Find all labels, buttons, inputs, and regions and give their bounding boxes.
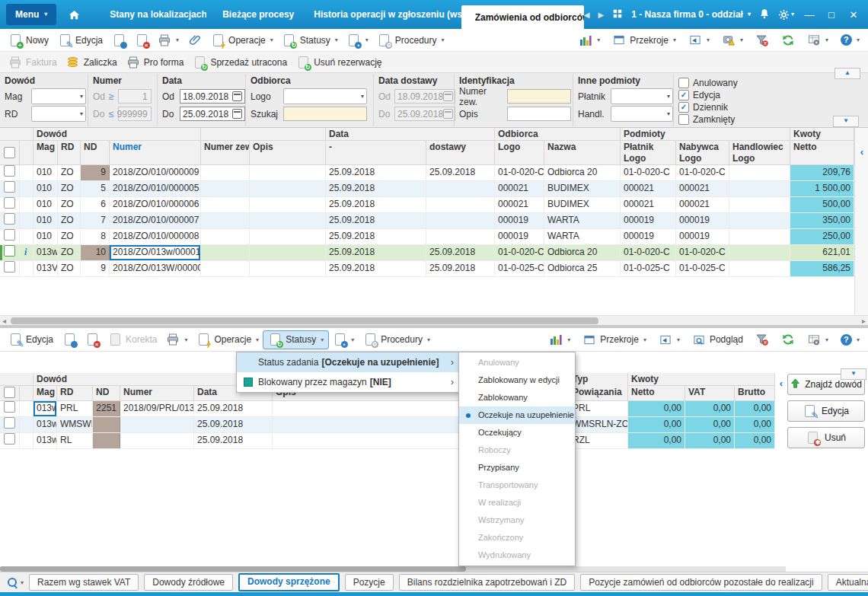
col-logo[interactable]: Logo: [495, 141, 544, 165]
cell-numer-focused[interactable]: 2018/ZO/013w/000010: [110, 245, 201, 260]
menu-item-blokowany-przez-magazyn[interactable]: Blokowany przez magazyn [NIE] ›: [237, 372, 459, 392]
checkbox-dziennik[interactable]: [678, 102, 689, 113]
col-dostawy[interactable]: dostawy: [426, 141, 495, 165]
row-checkbox[interactable]: [4, 417, 15, 429]
submenu-item-zablokowany-w-edycji[interactable]: Zablokowany w edycji: [459, 371, 575, 389]
related-documents-button[interactable]: ▪ ▾: [328, 331, 359, 349]
col-mag[interactable]: Mag: [34, 386, 57, 401]
refresh-button[interactable]: [777, 31, 799, 49]
chart-button[interactable]: ▾: [574, 31, 605, 49]
chart-button[interactable]: ▾: [544, 331, 575, 349]
operations-button[interactable]: Operacje ▾: [192, 331, 263, 349]
lost-sale-button[interactable]: ↻ Sprzedaż utracona: [188, 53, 292, 71]
col-powiazania[interactable]: Powiązania: [570, 386, 628, 401]
table-row[interactable]: 010 ZO 7 2018/ZO/010/000007 25.09.2018 0…: [0, 213, 854, 229]
col-vat[interactable]: VAT: [685, 386, 735, 401]
col-nazwa[interactable]: Nazwa: [544, 141, 621, 165]
tab-scroll-right-icon[interactable]: ▶: [598, 11, 605, 19]
col-opis[interactable]: Opis: [250, 141, 326, 165]
hscroll-thumb[interactable]: [0, 566, 466, 572]
row-checkbox[interactable]: [4, 197, 15, 209]
delete-document-button[interactable]: ×: [81, 331, 104, 349]
tab-biezace-procesy[interactable]: Bieżące procesy: [206, 0, 298, 29]
bottom-grid-hscrollbar[interactable]: [0, 566, 786, 572]
view-document-button[interactable]: [58, 331, 81, 349]
filter-collapse-down-button[interactable]: ▼: [833, 116, 859, 127]
submenu-item-zablokowany[interactable]: Zablokowany: [459, 389, 575, 406]
filter-dostawy-do[interactable]: 25.09.2018: [394, 107, 455, 121]
print-button[interactable]: ▾: [153, 31, 183, 49]
procedures-button[interactable]: ⚙ Procedury ▾: [359, 331, 435, 349]
notifications-bell-icon[interactable]: [759, 8, 770, 21]
row-checkbox[interactable]: [4, 229, 15, 241]
filter-odbiorca-logo-select[interactable]: ▾: [283, 88, 367, 104]
submenu-item-wydrukowany[interactable]: Wydrukowany: [459, 547, 575, 564]
tab-zamowienia-od-odbiorcow[interactable]: Zamówienia od odbiorców: [461, 5, 584, 29]
menu-item-status-zadania[interactable]: Status zadania [Oczekuje na uzupełnienie…: [237, 352, 459, 372]
cell-mag-focused[interactable]: 013w: [34, 401, 57, 416]
col-mag[interactable]: Mag: [34, 141, 58, 165]
col-rd[interactable]: RD: [57, 386, 93, 401]
col-netto[interactable]: Netto: [628, 386, 685, 401]
col-numer[interactable]: Numer: [120, 386, 194, 401]
close-button[interactable]: ✕: [847, 9, 860, 21]
tab-razem-wg-stawek-vat[interactable]: Razem wg stawek VAT: [29, 574, 139, 591]
table-row-selected[interactable]: i 013w ZO 10 2018/ZO/013w/000010 25.09.2…: [0, 245, 854, 261]
filter-opis-input[interactable]: [507, 107, 571, 121]
col-nabywca-logo[interactable]: NabywcaLogo: [676, 141, 729, 165]
table-row[interactable]: 013w RL 25.09.2018 RZL 0,00 0,00 0,00: [0, 433, 775, 449]
help-button[interactable]: ? ▾: [836, 32, 864, 48]
filter-data-do[interactable]: 25.09.2018: [180, 107, 245, 121]
submenu-item-anulowany[interactable]: Anulowany: [459, 354, 575, 371]
attachments-button[interactable]: [183, 31, 206, 49]
col-handlowiec-logo[interactable]: HandlowiecLogo: [729, 141, 790, 165]
tab-scroll-left-icon[interactable]: ◀: [584, 11, 590, 19]
col-numer-zew[interactable]: Numer zew.: [201, 141, 250, 165]
delete-button[interactable]: ✱ Usuń: [787, 427, 865, 448]
minimize-button[interactable]: —: [803, 9, 816, 21]
remove-reservation-button[interactable]: ↻ Usuń rezerwację: [292, 53, 386, 71]
tab-pozycje[interactable]: Pozycje: [345, 574, 394, 591]
operations-button[interactable]: Operacje ▾: [206, 31, 278, 49]
row-checkbox[interactable]: [4, 433, 15, 445]
col-rd[interactable]: RD: [58, 141, 81, 165]
checkbox-anulowany[interactable]: [678, 78, 689, 88]
statuses-button-open[interactable]: ↻ Statusy ▾: [263, 331, 328, 349]
home-icon[interactable]: [69, 9, 80, 21]
new-button[interactable]: + Nowy: [4, 31, 53, 49]
modules-grid-icon[interactable]: [612, 8, 623, 21]
procedures-button[interactable]: ⚙ Procedury ▾: [373, 31, 449, 49]
preview-button[interactable]: Podgląd: [688, 331, 748, 349]
table-row[interactable]: 010 ZO 5 2018/ZO/010/000005 25.09.2018 0…: [0, 181, 854, 197]
col-brutto[interactable]: Brutto: [735, 386, 775, 401]
pro-forma-button[interactable]: Pro forma: [122, 53, 189, 71]
help-button[interactable]: ? ▾: [836, 332, 864, 348]
tab-stany-na-lokalizacjach[interactable]: Stany na lokalizacjach: [94, 0, 206, 29]
company-selector[interactable]: 1 - Nasza firma 0 - oddział ▾: [631, 9, 751, 20]
row-checkbox[interactable]: [4, 165, 15, 177]
related-documents-button[interactable]: ▪ ▾: [343, 31, 373, 49]
submenu-item-zakonczony[interactable]: Zakończony: [459, 529, 575, 547]
col-typ[interactable]: Typ: [570, 373, 628, 386]
settings-gear-icon[interactable]: ▾: [778, 9, 794, 21]
col-numer[interactable]: Numer: [110, 141, 201, 165]
advance-payment-button[interactable]: Zaliczka: [62, 53, 122, 71]
tab-pozycje-zamowien-pozostale[interactable]: Pozycje zamówień od odbiorców pozostałe …: [580, 574, 822, 591]
filter-data-od[interactable]: 18.09.2018: [180, 89, 245, 104]
submenu-item-w-realizacji[interactable]: W realizacji: [459, 494, 575, 512]
filter-numer-do[interactable]: 999999: [118, 107, 152, 121]
filter-platnik-select[interactable]: ▾: [611, 88, 673, 104]
clear-filter-button[interactable]: [751, 331, 774, 349]
submenu-item-oczekujacy[interactable]: Oczekujący: [459, 424, 575, 441]
table-row[interactable]: 013w PRL 2251 2018/09/PRL/013w/0 25.09.2…: [0, 401, 775, 417]
search-panel-button[interactable]: ▾: [6, 576, 24, 588]
filter-numer-od[interactable]: 1: [118, 89, 152, 104]
row-checkbox[interactable]: [4, 181, 15, 193]
col-platnik-logo[interactable]: PłatnikLogo: [621, 141, 676, 165]
snapshot-button[interactable]: ▾: [717, 31, 748, 49]
submenu-item-wstrzymany[interactable]: Wstrzymany: [459, 512, 575, 529]
filter-mag-select[interactable]: ▾: [31, 88, 86, 104]
invoice-button[interactable]: Faktura: [4, 53, 62, 71]
table-row[interactable]: 010 ZO 6 2018/ZO/010/000006 25.09.2018 0…: [0, 197, 854, 213]
tab-dowody-sprzezone[interactable]: Dowody sprzężone: [238, 573, 340, 591]
